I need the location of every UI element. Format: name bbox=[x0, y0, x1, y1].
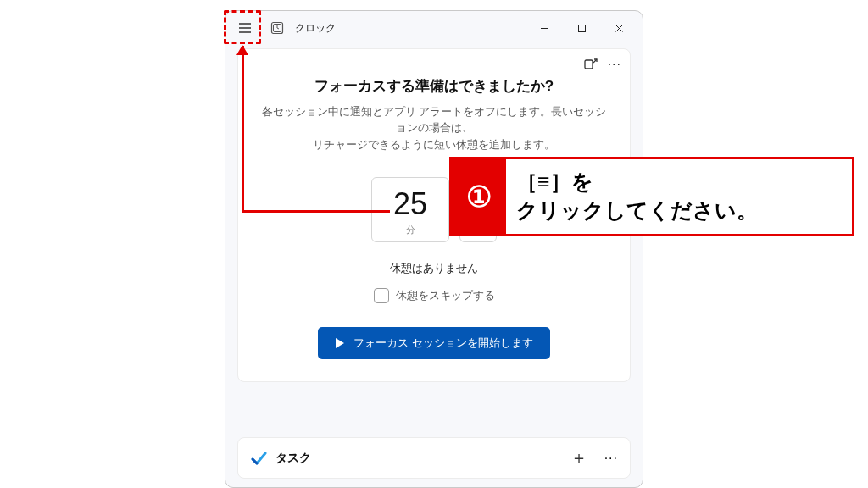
window-controls bbox=[526, 15, 637, 41]
annotation-arrowhead bbox=[236, 45, 248, 55]
skip-break-row: 休憩をスキップする bbox=[257, 288, 611, 303]
focus-description: 各セッション中に通知とアプリ アラートをオフにします。長いセッションの場合は、 … bbox=[257, 104, 611, 153]
compact-view-button[interactable] bbox=[582, 56, 599, 73]
close-button[interactable] bbox=[600, 15, 637, 41]
focus-heading: フォーカスする準備はできましたか? bbox=[257, 76, 611, 96]
task-section: タスク ＋ ··· bbox=[237, 437, 631, 479]
minimize-button[interactable] bbox=[526, 15, 563, 41]
skip-break-label: 休憩をスキップする bbox=[396, 288, 495, 303]
maximize-button[interactable] bbox=[563, 15, 600, 41]
annotation-callout: ① ［≡］を クリックしてください。 bbox=[449, 157, 854, 236]
hamburger-icon bbox=[238, 22, 252, 34]
annotation-arrow-horizontal bbox=[242, 210, 390, 213]
skip-break-checkbox[interactable] bbox=[374, 288, 389, 303]
start-focus-button[interactable]: フォーカス セッションを開始します bbox=[318, 327, 550, 359]
task-check-icon bbox=[250, 450, 267, 467]
svg-rect-8 bbox=[578, 25, 585, 31]
task-more-button[interactable]: ··· bbox=[604, 452, 618, 465]
play-icon bbox=[335, 337, 345, 349]
svg-line-6 bbox=[277, 28, 279, 29]
start-button-label: フォーカス セッションを開始します bbox=[353, 336, 533, 351]
clock-app-window: クロック ·· bbox=[225, 10, 643, 488]
annotation-arrow-vertical bbox=[242, 46, 244, 212]
duration-value: 25 bbox=[377, 186, 443, 222]
app-title: クロック bbox=[295, 21, 336, 36]
annotation-text: ［≡］を クリックしてください。 bbox=[506, 159, 852, 234]
more-options-button[interactable]: ··· bbox=[608, 58, 621, 71]
svg-rect-11 bbox=[585, 60, 593, 69]
annotation-step-number: ① bbox=[452, 159, 506, 234]
hamburger-menu-button[interactable] bbox=[231, 14, 259, 42]
titlebar: クロック bbox=[225, 11, 643, 45]
add-task-button[interactable]: ＋ bbox=[570, 446, 587, 469]
clock-app-icon bbox=[270, 20, 285, 36]
duration-unit: 分 bbox=[377, 224, 443, 236]
no-break-label: 休憩はありません bbox=[257, 261, 611, 276]
task-label: タスク bbox=[275, 451, 311, 466]
